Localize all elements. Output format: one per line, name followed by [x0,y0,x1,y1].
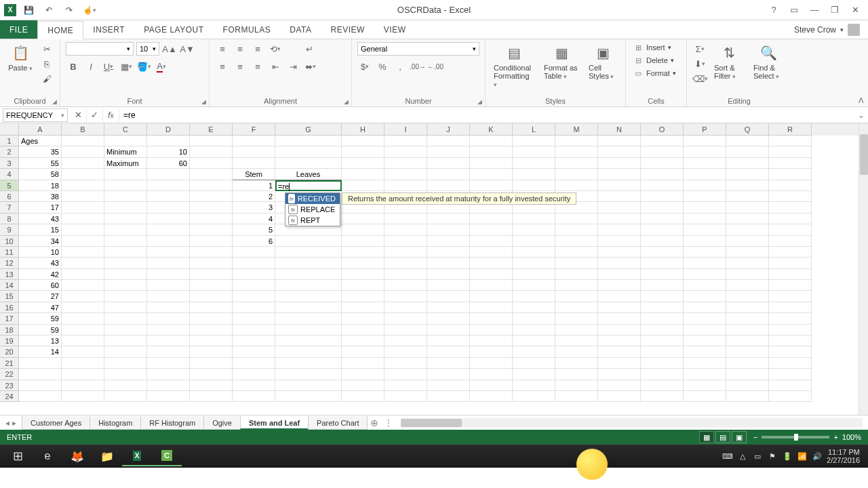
find-select-button[interactable]: 🔍Find & Select [751,42,786,81]
cell-F19[interactable] [233,336,275,346]
fill-button[interactable]: ⬇ [692,57,707,70]
cell-L19[interactable] [513,336,555,346]
cell-B15[interactable] [62,291,104,302]
cell-I23[interactable] [384,380,427,391]
cell-O21[interactable] [641,358,684,369]
cell-K24[interactable] [470,391,513,402]
cell-K20[interactable] [470,346,513,357]
shrink-font-button[interactable]: A▼ [180,42,195,56]
cell-P12[interactable] [684,258,726,268]
cell-N7[interactable] [598,202,641,213]
formula-input[interactable]: =re [119,108,854,122]
cell-P10[interactable] [684,236,726,247]
cell-L4[interactable] [513,169,555,180]
cell-C23[interactable] [104,380,147,391]
alignment-launcher[interactable]: ◢ [344,98,349,105]
cell-C4[interactable] [104,169,147,180]
column-header-B[interactable]: B [62,123,104,136]
cell-H16[interactable] [342,302,384,313]
cell-R8[interactable] [769,214,812,224]
cell-A16[interactable]: 47 [19,302,62,313]
cell-G4[interactable]: Leaves [275,169,342,180]
autosum-button[interactable]: Σ [692,42,707,56]
cell-K16[interactable] [470,302,513,313]
cell-R16[interactable] [769,302,812,313]
cut-button[interactable]: ✂ [39,42,54,56]
cell-A7[interactable]: 17 [19,202,62,213]
cell-L12[interactable] [513,258,555,268]
cell-J10[interactable] [427,236,470,247]
cell-R7[interactable] [769,202,812,213]
touch-mode-button[interactable]: ☝ [81,2,98,18]
merge-button[interactable]: ⬌ [303,60,318,73]
cell-F24[interactable] [233,391,275,402]
sheet-tab-customer-ages[interactable]: Customer Ages [22,416,90,430]
cell-J19[interactable] [427,336,470,346]
cell-B5[interactable] [62,180,104,191]
cell-Q23[interactable] [726,380,769,391]
cell-C8[interactable] [104,214,147,224]
cell-M20[interactable] [555,346,598,357]
cell-B4[interactable] [62,169,104,180]
cell-C5[interactable] [104,180,147,191]
align-top-button[interactable]: ≡ [215,42,230,56]
spreadsheet-grid[interactable]: ABCDEFGHIJKLMNOPQR 123456789101112131415… [0,123,868,415]
cell-M3[interactable] [555,158,598,169]
keyboard-icon[interactable]: ⌨ [722,452,733,461]
cell-K13[interactable] [470,269,513,280]
cell-K3[interactable] [470,158,513,169]
cell-A3[interactable]: 55 [19,158,62,169]
cell-Q10[interactable] [726,236,769,247]
cell-O23[interactable] [641,380,684,391]
cell-F14[interactable] [233,280,275,291]
column-header-P[interactable]: P [684,123,726,136]
cell-Q13[interactable] [726,269,769,280]
cell-O1[interactable] [641,136,684,146]
cell-O15[interactable] [641,291,684,302]
cell-M13[interactable] [555,269,598,280]
cell-A21[interactable] [19,358,62,369]
cell-F17[interactable] [233,313,275,324]
cell-K22[interactable] [470,369,513,380]
cell-O10[interactable] [641,236,684,247]
cell-F6[interactable]: 2 [233,191,275,202]
cell-J21[interactable] [427,358,470,369]
cell-R13[interactable] [769,269,812,280]
row-header-13[interactable]: 13 [0,269,19,280]
cell-L24[interactable] [513,391,555,402]
cell-M4[interactable] [555,169,598,180]
add-sheet-button[interactable]: ⊕ [367,418,382,428]
cell-P15[interactable] [684,291,726,302]
zoom-in-button[interactable]: + [833,433,837,441]
cell-L16[interactable] [513,302,555,313]
cell-G3[interactable] [275,158,342,169]
tab-review[interactable]: REVIEW [321,20,374,39]
cell-D8[interactable] [147,214,190,224]
cell-D16[interactable] [147,302,190,313]
cell-A8[interactable]: 43 [19,214,62,224]
row-header-8[interactable]: 8 [0,214,19,224]
cell-L5[interactable] [513,180,555,191]
cell-A22[interactable] [19,369,62,380]
cell-G13[interactable] [275,269,342,280]
number-format-combo[interactable]: General▾ [357,42,479,56]
taskbar-clock[interactable]: 11:17 PM2/27/2016 [827,448,860,464]
italic-button[interactable]: I [83,60,98,73]
column-header-D[interactable]: D [147,123,190,136]
cell-B8[interactable] [62,214,104,224]
cell-D11[interactable] [147,247,190,258]
cell-G15[interactable] [275,291,342,302]
cell-P13[interactable] [684,269,726,280]
cell-E5[interactable] [190,180,233,191]
align-middle-button[interactable]: ≡ [233,42,248,56]
cell-Q8[interactable] [726,214,769,224]
cell-E6[interactable] [190,191,233,202]
cell-R15[interactable] [769,291,812,302]
font-size-combo[interactable]: 10▾ [136,42,159,56]
cell-I3[interactable] [384,158,427,169]
vertical-scrollbar[interactable] [859,123,868,415]
cell-O5[interactable] [641,180,684,191]
cell-M10[interactable] [555,236,598,247]
battery-icon[interactable]: 🔋 [782,452,793,461]
cell-F18[interactable] [233,325,275,336]
